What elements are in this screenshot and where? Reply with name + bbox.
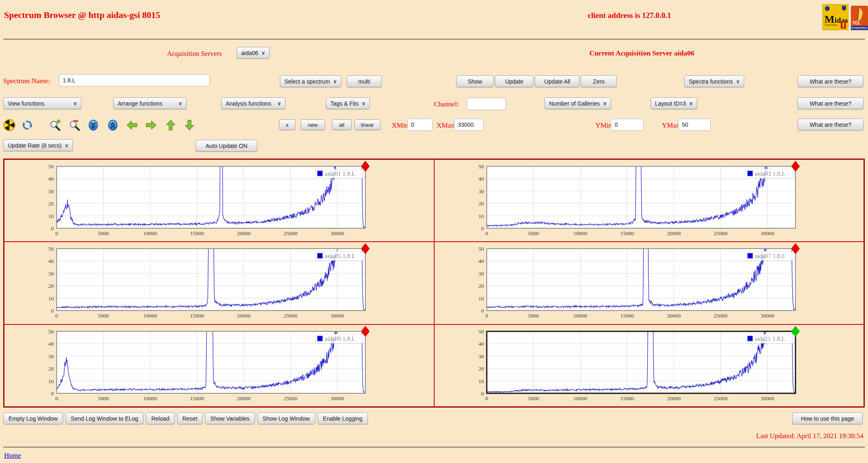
- scroll-up-icon[interactable]: [107, 119, 119, 131]
- x-button[interactable]: x: [279, 119, 295, 130]
- svg-text:10: 10: [48, 295, 54, 302]
- svg-text:10000: 10000: [573, 230, 587, 236]
- chart-legend-label: aida01 1.8.L: [325, 170, 355, 177]
- svg-text:30000: 30000: [330, 230, 344, 236]
- svg-text:0: 0: [481, 390, 484, 397]
- svg-text:40: 40: [48, 258, 54, 265]
- spectrum-name-input[interactable]: [59, 74, 210, 86]
- svg-text:50: 50: [478, 246, 484, 252]
- svg-text:15000: 15000: [190, 313, 204, 319]
- svg-text:5000: 5000: [528, 313, 539, 319]
- send-log-to-elog-button[interactable]: Send Log Window to ELog: [66, 412, 144, 424]
- svg-text:30: 30: [478, 271, 484, 277]
- svg-text:10000: 10000: [143, 313, 157, 319]
- svg-text:40: 40: [478, 176, 484, 182]
- xmin-input[interactable]: [407, 119, 433, 131]
- scroll-down-icon[interactable]: [87, 119, 99, 131]
- chart-legend-label: aida07 1.8.L: [755, 253, 785, 259]
- gallery-panel-aida09[interactable]: 0102030405005000100001500020000250003000…: [4, 324, 434, 407]
- arrow-right-icon[interactable]: [145, 119, 157, 131]
- svg-text:20: 20: [478, 283, 484, 289]
- xmax-input[interactable]: [454, 119, 483, 131]
- midas-shield-icon: [842, 6, 846, 11]
- spectra-gallery: 0102030405005000100001500020000250003000…: [3, 159, 865, 408]
- ymin-input[interactable]: [611, 119, 644, 131]
- view-functions-label: View functions: [8, 100, 44, 107]
- tags-fits-select[interactable]: Tags & Fits: [326, 97, 370, 109]
- svg-text:0: 0: [51, 225, 54, 232]
- what-are-these-button-2[interactable]: What are these?: [798, 97, 864, 109]
- arrow-left-icon[interactable]: [126, 119, 138, 131]
- number-of-galleries-select[interactable]: Number of Galleries: [545, 97, 611, 109]
- arrange-functions-select[interactable]: Arrange functions: [113, 97, 187, 109]
- svg-text:15000: 15000: [620, 313, 634, 319]
- svg-text:10000: 10000: [573, 395, 587, 401]
- zero-button[interactable]: Zero: [581, 75, 617, 87]
- chart-legend-label: aida05 1.8.L: [325, 253, 355, 259]
- svg-text:50: 50: [48, 163, 54, 170]
- svg-text:20: 20: [48, 201, 54, 207]
- update-rate-select[interactable]: Update Rate (8 secs): [3, 139, 73, 151]
- svg-text:5000: 5000: [528, 230, 539, 236]
- layout-id-label: Layout ID=3: [655, 100, 686, 107]
- what-are-these-button-1[interactable]: What are these?: [798, 75, 864, 87]
- multi-button[interactable]: multi: [347, 75, 382, 87]
- acquisition-server-select[interactable]: aida06: [237, 47, 270, 59]
- svg-text:20000: 20000: [237, 395, 251, 401]
- zoom-in-icon[interactable]: [49, 119, 61, 131]
- svg-text:15000: 15000: [620, 395, 634, 401]
- linear-button[interactable]: linear: [354, 119, 380, 130]
- empty-log-window-button[interactable]: Empty Log Window: [3, 412, 63, 424]
- new-button[interactable]: new: [301, 119, 325, 130]
- svg-text:25000: 25000: [283, 230, 297, 236]
- gallery-panel-aida03[interactable]: 0102030405005000100001500020000250003000…: [434, 159, 864, 242]
- gallery-panel-aida07[interactable]: 0102030405005000100001500020000250003000…: [434, 242, 864, 324]
- spectra-functions-select[interactable]: Spectra functions: [684, 75, 744, 87]
- radiation-icon[interactable]: [3, 119, 15, 131]
- svg-text:20000: 20000: [667, 313, 681, 319]
- svg-text:0: 0: [55, 395, 58, 401]
- reload-button[interactable]: Reload: [146, 412, 174, 424]
- view-functions-select[interactable]: View functions: [3, 97, 81, 109]
- svg-text:30: 30: [48, 188, 54, 194]
- last-updated-text: Last Updated: April 17, 2021 19:38:54: [756, 432, 864, 440]
- acquisition-server-selected: aida06: [241, 50, 258, 56]
- show-variables-button[interactable]: Show Variables: [205, 412, 255, 424]
- svg-text:10: 10: [48, 378, 54, 384]
- show-log-window-button[interactable]: Show Log Window: [257, 412, 315, 424]
- select-spectrum-select[interactable]: Select a spectrum: [280, 75, 341, 87]
- arrow-down-icon[interactable]: [183, 119, 196, 131]
- reset-button[interactable]: Reset: [177, 412, 203, 424]
- what-are-these-button-3[interactable]: What are these?: [798, 119, 864, 130]
- svg-text:0: 0: [485, 395, 488, 401]
- refresh-icon[interactable]: [21, 119, 33, 131]
- channel-input[interactable]: [467, 98, 506, 110]
- analysis-functions-select[interactable]: Analysis functions: [221, 97, 286, 109]
- header-divider: [3, 39, 865, 40]
- svg-text:25000: 25000: [283, 313, 297, 319]
- auto-update-button[interactable]: Auto Update ON: [196, 140, 257, 152]
- client-address: client address is 127.0.0.1: [588, 11, 671, 20]
- home-link[interactable]: Home: [4, 452, 21, 460]
- update-all-button[interactable]: Update All: [535, 75, 580, 87]
- gallery-panel-aida11[interactable]: 0102030405005000100001500020000250003000…: [434, 324, 864, 407]
- svg-text:25000: 25000: [714, 313, 727, 319]
- layout-id-select[interactable]: Layout ID=3: [650, 97, 697, 109]
- how-to-use-button[interactable]: How to use this page: [792, 412, 863, 424]
- enable-logging-button[interactable]: Enable Logging: [318, 412, 368, 424]
- select-spectrum-label: Select a spectrum: [284, 78, 330, 85]
- gallery-panel-aida01[interactable]: 0102030405005000100001500020000250003000…: [4, 159, 434, 242]
- arrow-up-icon[interactable]: [165, 119, 177, 131]
- update-button[interactable]: Update: [495, 75, 534, 87]
- chart-legend-label: aida03 1.8.L: [755, 170, 785, 177]
- show-button[interactable]: Show: [456, 75, 494, 87]
- midas-logo: Midas powered by: [822, 4, 848, 30]
- svg-text:30000: 30000: [760, 395, 774, 401]
- zoom-out-icon[interactable]: [68, 119, 81, 131]
- midas-emblem-icon: [825, 6, 830, 11]
- all-button[interactable]: all: [332, 119, 352, 130]
- svg-text:20000: 20000: [667, 395, 681, 401]
- ymax-input[interactable]: [678, 119, 711, 131]
- spectrum-name-label: Spectrum Name:: [3, 77, 50, 85]
- gallery-panel-aida05[interactable]: 0102030405005000100001500020000250003000…: [4, 242, 434, 324]
